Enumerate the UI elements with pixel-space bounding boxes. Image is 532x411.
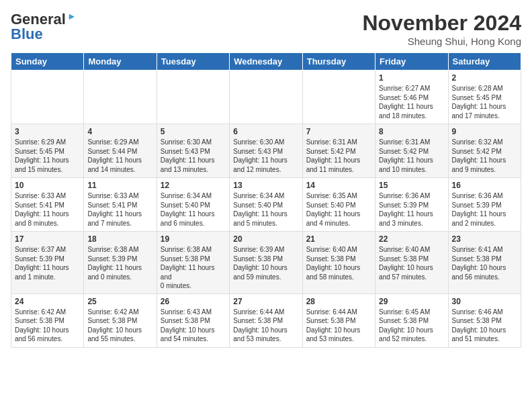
logo: General► Blue (11, 11, 77, 43)
day-number: 23 (452, 234, 517, 244)
day-info: Sunrise: 6:44 AM Sunset: 5:38 PM Dayligh… (233, 308, 298, 344)
calendar-header-row: SundayMondayTuesdayWednesdayThursdayFrid… (11, 53, 521, 71)
day-info: Sunrise: 6:27 AM Sunset: 5:46 PM Dayligh… (379, 84, 444, 120)
day-info: Sunrise: 6:46 AM Sunset: 5:38 PM Dayligh… (452, 308, 517, 344)
day-info: Sunrise: 6:31 AM Sunset: 5:42 PM Dayligh… (379, 138, 444, 174)
day-number: 15 (379, 181, 444, 190)
day-number: 26 (161, 297, 226, 306)
day-info: Sunrise: 6:34 AM Sunset: 5:40 PM Dayligh… (233, 191, 298, 228)
day-info: Sunrise: 6:30 AM Sunset: 5:43 PM Dayligh… (233, 138, 298, 174)
day-number: 4 (87, 127, 152, 136)
day-info: Sunrise: 6:28 AM Sunset: 5:45 PM Dayligh… (452, 84, 517, 120)
day-number: 13 (233, 181, 298, 190)
calendar-cell: 10Sunrise: 6:33 AM Sunset: 5:41 PM Dayli… (11, 178, 84, 232)
day-info: Sunrise: 6:36 AM Sunset: 5:39 PM Dayligh… (452, 191, 517, 228)
day-info: Sunrise: 6:42 AM Sunset: 5:38 PM Dayligh… (15, 308, 80, 344)
calendar-cell (84, 71, 157, 124)
day-number: 12 (161, 181, 226, 190)
calendar-cell: 23Sunrise: 6:41 AM Sunset: 5:38 PM Dayli… (448, 232, 521, 294)
day-info: Sunrise: 6:40 AM Sunset: 5:38 PM Dayligh… (306, 245, 371, 281)
calendar-day-header: Sunday (11, 53, 84, 71)
calendar-cell: 13Sunrise: 6:34 AM Sunset: 5:40 PM Dayli… (230, 178, 302, 232)
calendar-cell (302, 71, 375, 124)
page-header: General► Blue November 2024 Sheung Shui,… (11, 11, 521, 47)
day-info: Sunrise: 6:30 AM Sunset: 5:43 PM Dayligh… (161, 138, 226, 174)
calendar-cell: 30Sunrise: 6:46 AM Sunset: 5:38 PM Dayli… (448, 293, 521, 347)
calendar-cell: 20Sunrise: 6:39 AM Sunset: 5:38 PM Dayli… (230, 232, 302, 294)
calendar-cell: 8Sunrise: 6:31 AM Sunset: 5:42 PM Daylig… (375, 124, 448, 178)
calendar-cell: 29Sunrise: 6:45 AM Sunset: 5:38 PM Dayli… (375, 293, 448, 347)
calendar-cell: 16Sunrise: 6:36 AM Sunset: 5:39 PM Dayli… (448, 178, 521, 232)
calendar-week-row: 3Sunrise: 6:29 AM Sunset: 5:45 PM Daylig… (11, 124, 521, 178)
calendar-cell: 26Sunrise: 6:43 AM Sunset: 5:38 PM Dayli… (157, 293, 229, 347)
calendar-cell: 4Sunrise: 6:29 AM Sunset: 5:44 PM Daylig… (84, 124, 157, 178)
calendar-cell: 2Sunrise: 6:28 AM Sunset: 5:45 PM Daylig… (448, 71, 521, 124)
day-number: 16 (452, 181, 517, 190)
calendar-cell: 25Sunrise: 6:42 AM Sunset: 5:38 PM Dayli… (84, 293, 157, 347)
calendar-cell (11, 71, 84, 124)
calendar-cell (230, 71, 302, 124)
calendar-cell: 11Sunrise: 6:33 AM Sunset: 5:41 PM Dayli… (84, 178, 157, 232)
calendar-cell: 28Sunrise: 6:44 AM Sunset: 5:38 PM Dayli… (302, 293, 375, 347)
day-number: 24 (15, 297, 80, 306)
day-info: Sunrise: 6:29 AM Sunset: 5:44 PM Dayligh… (87, 138, 152, 174)
day-info: Sunrise: 6:40 AM Sunset: 5:38 PM Dayligh… (379, 245, 444, 281)
day-info: Sunrise: 6:42 AM Sunset: 5:38 PM Dayligh… (87, 308, 152, 344)
day-number: 2 (452, 73, 517, 83)
calendar-week-row: 24Sunrise: 6:42 AM Sunset: 5:38 PM Dayli… (11, 293, 521, 347)
day-info: Sunrise: 6:37 AM Sunset: 5:39 PM Dayligh… (15, 245, 80, 281)
calendar-cell: 18Sunrise: 6:38 AM Sunset: 5:39 PM Dayli… (84, 232, 157, 294)
day-number: 25 (87, 297, 152, 306)
day-number: 28 (306, 297, 371, 306)
calendar-cell (157, 71, 229, 124)
calendar-cell: 6Sunrise: 6:30 AM Sunset: 5:43 PM Daylig… (230, 124, 302, 178)
calendar-cell: 12Sunrise: 6:34 AM Sunset: 5:40 PM Dayli… (157, 178, 229, 232)
day-info: Sunrise: 6:44 AM Sunset: 5:38 PM Dayligh… (306, 308, 371, 344)
calendar-week-row: 17Sunrise: 6:37 AM Sunset: 5:39 PM Dayli… (11, 232, 521, 294)
day-number: 14 (306, 181, 371, 190)
calendar-cell: 5Sunrise: 6:30 AM Sunset: 5:43 PM Daylig… (157, 124, 229, 178)
day-number: 3 (15, 127, 80, 136)
day-info: Sunrise: 6:38 AM Sunset: 5:38 PM Dayligh… (161, 245, 226, 291)
calendar-cell: 22Sunrise: 6:40 AM Sunset: 5:38 PM Dayli… (375, 232, 448, 294)
calendar-cell: 14Sunrise: 6:35 AM Sunset: 5:40 PM Dayli… (302, 178, 375, 232)
calendar-week-row: 10Sunrise: 6:33 AM Sunset: 5:41 PM Dayli… (11, 178, 521, 232)
day-number: 5 (161, 127, 226, 136)
day-info: Sunrise: 6:32 AM Sunset: 5:42 PM Dayligh… (452, 138, 517, 174)
calendar-day-header: Monday (84, 53, 157, 71)
day-number: 30 (452, 297, 517, 306)
calendar-cell: 27Sunrise: 6:44 AM Sunset: 5:38 PM Dayli… (230, 293, 302, 347)
day-info: Sunrise: 6:33 AM Sunset: 5:41 PM Dayligh… (15, 191, 80, 228)
day-info: Sunrise: 6:41 AM Sunset: 5:38 PM Dayligh… (452, 245, 517, 281)
title-area: November 2024 Sheung Shui, Hong Kong (362, 11, 521, 47)
day-info: Sunrise: 6:33 AM Sunset: 5:41 PM Dayligh… (87, 191, 152, 228)
day-number: 11 (87, 181, 152, 190)
day-number: 6 (233, 127, 298, 136)
day-number: 1 (379, 73, 444, 83)
day-number: 7 (306, 127, 371, 136)
calendar-cell: 9Sunrise: 6:32 AM Sunset: 5:42 PM Daylig… (448, 124, 521, 178)
location-subtitle: Sheung Shui, Hong Kong (362, 36, 521, 47)
day-info: Sunrise: 6:35 AM Sunset: 5:40 PM Dayligh… (306, 191, 371, 228)
day-number: 18 (87, 234, 152, 244)
calendar-cell: 21Sunrise: 6:40 AM Sunset: 5:38 PM Dayli… (302, 232, 375, 294)
day-info: Sunrise: 6:43 AM Sunset: 5:38 PM Dayligh… (161, 308, 226, 344)
day-info: Sunrise: 6:39 AM Sunset: 5:38 PM Dayligh… (233, 245, 298, 281)
calendar-day-header: Saturday (448, 53, 521, 71)
day-number: 8 (379, 127, 444, 136)
month-title: November 2024 (362, 11, 521, 36)
day-number: 10 (15, 181, 80, 190)
day-info: Sunrise: 6:36 AM Sunset: 5:39 PM Dayligh… (379, 191, 444, 228)
calendar-week-row: 1Sunrise: 6:27 AM Sunset: 5:46 PM Daylig… (11, 71, 521, 124)
logo-blue: Blue (11, 26, 43, 43)
calendar-day-header: Thursday (302, 53, 375, 71)
calendar-day-header: Tuesday (157, 53, 229, 71)
calendar-cell: 17Sunrise: 6:37 AM Sunset: 5:39 PM Dayli… (11, 232, 84, 294)
day-info: Sunrise: 6:31 AM Sunset: 5:42 PM Dayligh… (306, 138, 371, 174)
calendar-cell: 1Sunrise: 6:27 AM Sunset: 5:46 PM Daylig… (375, 71, 448, 124)
day-number: 22 (379, 234, 444, 244)
day-info: Sunrise: 6:29 AM Sunset: 5:45 PM Dayligh… (15, 138, 80, 174)
calendar-day-header: Wednesday (230, 53, 302, 71)
calendar-cell: 15Sunrise: 6:36 AM Sunset: 5:39 PM Dayli… (375, 178, 448, 232)
calendar-cell: 7Sunrise: 6:31 AM Sunset: 5:42 PM Daylig… (302, 124, 375, 178)
